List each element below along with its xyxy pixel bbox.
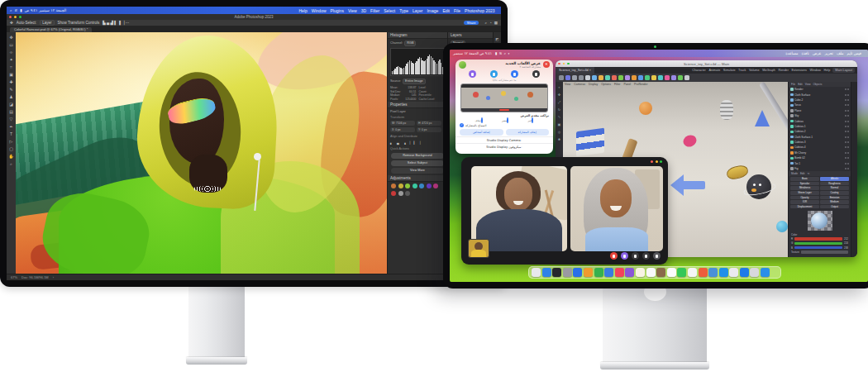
align-buttons[interactable]: ▙ ▄ ▟ ▌ ▐ ▕ ⋯ (103, 21, 129, 25)
facetime-control-button[interactable] (610, 252, 618, 260)
tool-button[interactable]: ⌕ (7, 160, 15, 168)
self-view-thumbnail[interactable] (468, 239, 489, 258)
transform-field[interactable]: W: 7106 px (390, 121, 415, 126)
tool-button[interactable]: ✋ (7, 153, 15, 160)
dock-app-icon[interactable] (636, 268, 645, 277)
c4d-tool-icon[interactable] (585, 75, 590, 80)
c4d-menu-item[interactable]: MoGraph (762, 69, 775, 72)
adjustment-icon[interactable] (413, 184, 417, 188)
camera-tool-icon[interactable]: ◎ (558, 130, 561, 134)
transform-field[interactable]: Y: 0 px (417, 127, 441, 132)
dock-app-icon[interactable] (573, 268, 582, 277)
tool-button[interactable]: ♟ (7, 93, 15, 101)
viewport-menu-item[interactable]: Panel (623, 83, 631, 86)
material-channel-chip[interactable]: Normal (820, 186, 849, 190)
pen-tool-icon[interactable]: ✎ (558, 115, 560, 119)
c4d-tool-icon[interactable] (638, 75, 643, 80)
material-menu-item[interactable]: Mode (791, 172, 798, 175)
viewport-menu-item[interactable]: Options (601, 83, 611, 86)
dock-app-icon[interactable] (542, 268, 551, 277)
c4d-menu-item[interactable]: Extensions (791, 69, 807, 72)
align-section-label[interactable]: Align and Distribute (390, 135, 417, 138)
select-subject-button[interactable]: Select Subject (391, 160, 444, 166)
dock-app-icon[interactable] (615, 268, 624, 277)
dock-app-icon[interactable] (563, 268, 572, 277)
tool-button[interactable]: T (7, 131, 15, 138)
material-channel-chip[interactable]: Medium (820, 200, 849, 204)
overlay-option[interactable]: صغير (502, 118, 509, 122)
adjustment-icon[interactable] (398, 184, 403, 188)
layout-selector[interactable]: Main Layout (832, 68, 855, 73)
c4d-tool-icon[interactable] (579, 75, 584, 80)
menubar-item[interactable]: Photoshop 2023 (465, 8, 494, 13)
menubar-item[interactable]: Type (399, 8, 408, 13)
call-control-button[interactable] (490, 70, 498, 78)
objects-menu-item[interactable]: Objects (813, 83, 823, 86)
call-control-button[interactable] (469, 70, 476, 78)
dock-app-icon[interactable] (594, 268, 603, 277)
c4d-tool-icon[interactable] (565, 75, 570, 80)
material-channel-chip[interactable]: Albedo (820, 177, 849, 181)
adjustment-icon[interactable] (419, 184, 424, 188)
viewport-menu-item[interactable]: ProRender (634, 83, 647, 86)
select-tool-icon[interactable]: ⌖ (558, 85, 560, 89)
facetime-control-button[interactable] (642, 252, 650, 260)
c4d-menu-item[interactable]: Render (778, 69, 788, 72)
dock-app-icon[interactable] (688, 268, 697, 277)
call-control-button[interactable] (532, 70, 540, 78)
adjustment-icon[interactable] (405, 191, 410, 196)
menubar-item[interactable]: Edit (442, 8, 450, 13)
viewport-menu-item[interactable]: View (565, 83, 570, 86)
dock-app-icon[interactable] (677, 268, 686, 277)
menubar-item[interactable]: نافذة (801, 51, 809, 55)
overlay-option[interactable]: إيقاف (475, 118, 483, 122)
facetime-control-button[interactable] (621, 252, 628, 260)
share-button[interactable]: Share (464, 21, 479, 25)
menubar-item[interactable]: Plugins (331, 8, 344, 13)
facetime-control-button[interactable] (653, 252, 661, 260)
stop-sharing-button[interactable]: إيقاف المشاركة (506, 129, 550, 136)
menubar-item[interactable]: Layer (413, 8, 423, 13)
c4d-tool-icon[interactable] (572, 75, 577, 80)
tool-button[interactable]: ▢ (7, 145, 15, 153)
c4d-tool-icon[interactable] (658, 75, 663, 80)
zoom-level[interactable]: 67% (11, 275, 17, 279)
menubar-status-icons[interactable]: ▮≋⌕◐ (495, 51, 510, 55)
material-channel-chip[interactable]: Displacement (790, 205, 819, 209)
material-preview[interactable] (808, 211, 832, 231)
c4d-tool-icon[interactable] (665, 75, 670, 80)
histogram-panel-header[interactable]: Histogram (388, 32, 447, 39)
menubar-item[interactable]: تحرير (824, 51, 832, 55)
menubar-item[interactable]: Help (298, 8, 307, 13)
c4d-menu-item[interactable]: Volume (749, 69, 760, 72)
material-channel-chip[interactable]: Basic (790, 177, 819, 181)
c4d-tool-icon[interactable] (645, 75, 650, 80)
material-channel-chip[interactable]: Roughness (820, 182, 849, 186)
options-tail-icons[interactable]: ⌕◔▦ (484, 21, 498, 25)
adjustment-icon[interactable] (398, 191, 403, 196)
tool-button[interactable]: ◪ (7, 101, 15, 108)
c4d-tool-icon[interactable] (671, 75, 676, 80)
c4d-tool-icon[interactable] (618, 75, 623, 80)
objects-menu-item[interactable]: View (805, 83, 811, 86)
source-dropdown[interactable]: Entire Image (403, 79, 426, 84)
adjustment-icon[interactable] (433, 184, 438, 188)
dock-app-icon[interactable] (729, 268, 738, 277)
transform-field[interactable]: X: 0 px (390, 127, 415, 132)
dock-app-icon[interactable] (719, 268, 728, 277)
dock-app-icon[interactable] (761, 268, 770, 277)
viewport-menu-item[interactable]: Cameras (574, 83, 585, 86)
objects-menu-item[interactable]: Edit (798, 83, 803, 86)
menubar-item[interactable]: View (348, 8, 357, 13)
tool-button[interactable]: ✦ (7, 56, 15, 64)
tool-button[interactable]: ⌯ (7, 49, 15, 56)
adjustments-panel-header[interactable]: Adjustments (388, 175, 447, 182)
cube-tool-icon[interactable]: ▣ (558, 122, 561, 126)
allow-sharing-toggle[interactable]: السماح بالمشاركة✓ (455, 122, 553, 128)
material-channel-chip[interactable]: IOR (790, 200, 819, 204)
menubar-item[interactable]: Select (384, 8, 395, 13)
menubar-item[interactable]: Image (427, 8, 438, 13)
material-channel-chip[interactable]: Emission (820, 196, 849, 200)
tool-button[interactable]: ▤ (7, 108, 15, 116)
shared-screen-thumbnail[interactable] (460, 83, 548, 112)
